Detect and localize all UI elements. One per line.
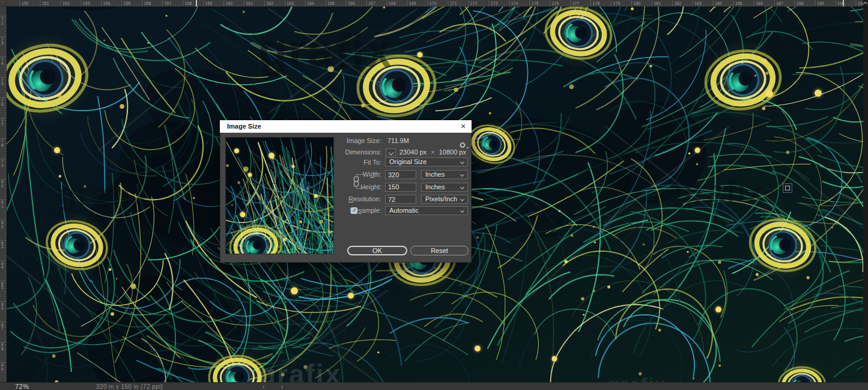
svg-text:72: 72 <box>1 17 4 25</box>
width-label: Width: <box>220 170 381 179</box>
svg-text:88: 88 <box>1 343 4 351</box>
svg-text:187: 187 <box>776 1 783 5</box>
svg-text:89: 89 <box>1 363 4 371</box>
fit-to-select[interactable]: Original Size <box>385 157 468 166</box>
svg-text:171: 171 <box>450 1 457 5</box>
ruler-horizontal[interactable]: 1501511521531541551561571581591601611621… <box>0 0 868 7</box>
marquee-cursor-icon <box>783 183 792 193</box>
width-unit-value: Inches <box>425 171 445 178</box>
resample-value: Automatic <box>389 207 419 214</box>
ruler-vertical[interactable]: 727374757677787980818283848586878889 <box>0 7 7 382</box>
svg-text:189: 189 <box>817 1 824 5</box>
svg-text:184: 184 <box>715 1 722 5</box>
status-bar: 72% 320 in x 150 in (72 ppi) › ‹ <box>0 382 868 390</box>
svg-text:163: 163 <box>287 1 294 5</box>
resolution-input[interactable] <box>385 195 416 204</box>
svg-text:76: 76 <box>1 99 4 107</box>
svg-text:165: 165 <box>327 1 335 5</box>
svg-text:181: 181 <box>654 1 661 5</box>
svg-text:74: 74 <box>1 58 4 66</box>
height-input[interactable] <box>385 183 416 192</box>
svg-text:151: 151 <box>42 1 49 5</box>
zoom-level-field[interactable]: 72% <box>15 383 29 390</box>
height-unit-select[interactable]: Inches <box>421 183 468 192</box>
document-size-info: 320 in x 150 in (72 ppi) <box>96 383 163 390</box>
width-row: Width:Inches <box>220 170 471 179</box>
dialog-title-bar[interactable]: Image Size × <box>220 120 472 133</box>
svg-text:81: 81 <box>1 200 4 209</box>
svg-text:78: 78 <box>1 139 4 147</box>
svg-text:87: 87 <box>1 323 4 331</box>
svg-text:177: 177 <box>572 1 580 5</box>
svg-text:167: 167 <box>368 1 375 5</box>
panel-edge <box>863 0 868 390</box>
dimensions-label: Dimensions: <box>220 148 381 157</box>
svg-text:grafix: grafix <box>607 374 667 382</box>
svg-text:185: 185 <box>735 1 742 5</box>
width-unit-select[interactable]: Inches <box>421 170 468 179</box>
svg-text:79: 79 <box>1 159 4 168</box>
svg-text:86: 86 <box>1 302 4 310</box>
ok-button[interactable]: OK <box>347 246 407 255</box>
svg-text:169: 169 <box>409 1 416 5</box>
resolution-label: Resolution: <box>220 195 381 204</box>
svg-text:170: 170 <box>429 1 437 5</box>
resolution-unit-value: Pixels/Inch <box>425 195 457 203</box>
svg-text:175: 175 <box>532 1 539 5</box>
svg-text:85: 85 <box>1 282 4 290</box>
svg-text:158: 158 <box>185 1 192 5</box>
image-size-label: Image Size: <box>220 136 381 145</box>
dimensions-row: Dimensions: 23040 px×10800 px <box>220 148 471 157</box>
height-unit-value: Inches <box>425 183 445 190</box>
svg-text:173: 173 <box>491 1 498 5</box>
svg-text:161: 161 <box>246 1 253 5</box>
svg-text:157: 157 <box>165 1 172 5</box>
svg-text:77: 77 <box>1 119 4 127</box>
close-icon[interactable]: × <box>458 121 468 132</box>
svg-text:174: 174 <box>511 1 518 5</box>
svg-text:153: 153 <box>83 1 90 5</box>
svg-text:75: 75 <box>1 78 4 87</box>
svg-text:166: 166 <box>348 1 355 5</box>
svg-text:164: 164 <box>307 1 314 5</box>
svg-text:83: 83 <box>1 241 4 249</box>
resample-label: Resample: <box>220 206 381 215</box>
svg-text:grafix: grafix <box>258 24 393 77</box>
svg-text:168: 168 <box>389 1 396 5</box>
svg-text:176: 176 <box>552 1 559 5</box>
fit-to-row: Fit To: Original Size <box>220 159 471 168</box>
svg-text:159: 159 <box>205 1 213 5</box>
image-size-dialog: Image Size × grafix Image Size: 711.9M <box>220 120 472 263</box>
svg-text:179: 179 <box>613 1 621 5</box>
width-input[interactable] <box>385 170 416 179</box>
svg-text:160: 160 <box>226 1 233 5</box>
ruler-origin-corner[interactable] <box>0 0 7 7</box>
resample-row: ✓ Resample: Automatic <box>220 206 471 215</box>
svg-text:183: 183 <box>694 1 702 5</box>
height-row: Height:Inches <box>220 183 471 192</box>
dimensions-chevron-icon[interactable] <box>386 148 396 156</box>
fit-to-label: Fit To: <box>220 158 381 167</box>
dimensions-value: 23040 px×10800 px <box>399 148 466 157</box>
svg-text:186: 186 <box>756 1 763 5</box>
status-scroll-icon[interactable]: ‹ <box>281 383 283 390</box>
resolution-unit-select[interactable]: Pixels/Inch <box>421 195 468 204</box>
status-flyout-icon[interactable]: › <box>263 383 264 390</box>
resolution-row: Resolution:Pixels/Inch <box>220 195 471 204</box>
svg-text:182: 182 <box>674 1 681 5</box>
svg-text:82: 82 <box>1 221 4 229</box>
svg-text:162: 162 <box>266 1 273 5</box>
svg-text:172: 172 <box>470 1 478 5</box>
photoshop-app: grafixgrafixgrafixgrafixgrafix 150151152… <box>0 0 868 390</box>
resample-select[interactable]: Automatic <box>385 206 468 215</box>
svg-text:grafix: grafix <box>58 177 150 212</box>
fit-to-value: Original Size <box>389 158 426 165</box>
svg-text:155: 155 <box>124 1 131 5</box>
svg-text:154: 154 <box>103 1 111 5</box>
svg-text:152: 152 <box>62 1 70 5</box>
svg-text:156: 156 <box>144 1 151 5</box>
image-size-row: Image Size: 711.9M <box>220 136 471 145</box>
reset-button[interactable]: Reset <box>410 246 469 255</box>
chevron-up-icon[interactable] <box>863 1 867 5</box>
svg-text:180: 180 <box>634 1 641 5</box>
